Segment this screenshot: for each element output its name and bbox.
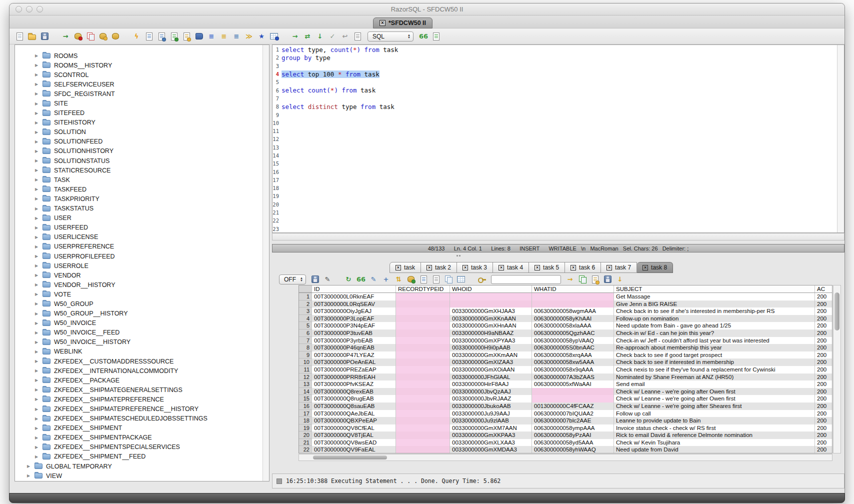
editor-line-19[interactable]: 19: [272, 192, 836, 200]
tree-item-zkfedex-shipmategeneralsettings[interactable]: ▶ZKFEDEX__SHIPMATEGENERALSETTINGS: [15, 385, 262, 394]
expand-arrow-icon[interactable]: ▶: [35, 426, 42, 430]
grid-cell[interactable]: [396, 395, 450, 402]
tree-item-view[interactable]: ▶VIEW: [15, 471, 262, 480]
grid-cell[interactable]: [450, 300, 532, 308]
grid-row-7[interactable]: 700T3000000P3yrbEAB0033000000GmXPYAA3006…: [299, 337, 832, 344]
editor-line-11[interactable]: 11: [272, 127, 836, 135]
tree-item-taskpriority[interactable]: ▶TASKPRIORITY: [15, 194, 262, 204]
grid-cell[interactable]: 0033000000JFhGlAAL: [450, 374, 532, 381]
tree-item-solutionstatus[interactable]: ▶SOLUTIONSTATUS: [15, 156, 262, 166]
grid-cell[interactable]: 0033000000GmXKPAA3: [450, 432, 532, 439]
row-number[interactable]: 12: [299, 374, 312, 381]
grid-cell[interactable]: [396, 330, 450, 337]
grid-cell[interactable]: 200: [815, 344, 832, 352]
grid-cell[interactable]: 200: [815, 330, 832, 337]
grid-cell[interactable]: [396, 402, 450, 410]
editor-vscrollbar[interactable]: [837, 45, 844, 232]
grid-row-18[interactable]: 1800T3000000QBXPeEAP0033000000Ju9zlAAB00…: [299, 417, 832, 424]
grid-cell[interactable]: 00T3000000PRR8rEAH: [312, 374, 396, 381]
grid-row-14[interactable]: 1400T3000000Q8rexEAB0033000000JbvQzAAJCh…: [299, 388, 832, 396]
grid-cell[interactable]: 200: [815, 366, 832, 374]
expand-arrow-icon[interactable]: ▶: [35, 368, 42, 373]
grid-cell[interactable]: 0033000000Ju9J9AAJ: [450, 410, 532, 418]
grid-cell[interactable]: 0033000000H9aNBAAZ: [450, 330, 532, 337]
tree-item-zkfedex-shipmentpackage[interactable]: ▶ZKFEDEX__SHIPMENTPACKAGE: [15, 433, 262, 442]
row-number[interactable]: 18: [299, 417, 312, 424]
tree-item-selfserviceuser[interactable]: ▶SELFSERVICEUSER: [15, 80, 262, 89]
grid-row-11[interactable]: 1100T3000000PREZaEAP0033000000GmXOiAAN00…: [299, 366, 832, 374]
result-tab-task-5[interactable]: ×task 5: [529, 262, 565, 273]
grid-cell[interactable]: 0033000000GmXKmAAN: [450, 352, 532, 359]
grid-row-10[interactable]: 1000T3000000POeAnEAL0033000000GmXIZAA300…: [299, 358, 832, 366]
grid-cell[interactable]: 00630000007A3bZAAS: [532, 374, 614, 381]
editor-line-22[interactable]: 22: [272, 216, 836, 224]
editor-line-7[interactable]: 7: [272, 94, 836, 102]
grid-cell[interactable]: Follow-up on nomination: [614, 315, 815, 322]
grid-cell[interactable]: [396, 446, 450, 454]
expand-arrow-icon[interactable]: ▶: [35, 72, 42, 77]
execute-sql-icon[interactable]: ϟ: [132, 32, 142, 42]
grid-cell[interactable]: Check-in w/ Ed - can he join this year?: [614, 330, 815, 337]
copy-results-icon[interactable]: [444, 274, 454, 284]
expand-arrow-icon[interactable]: ▶: [35, 264, 42, 268]
grid-cell[interactable]: 200: [815, 410, 832, 418]
expand-arrow-icon[interactable]: ▶: [35, 378, 42, 382]
tree-item-userlicense[interactable]: ▶USERLICENSE: [15, 232, 262, 242]
grid-cell[interactable]: 00T3000000Q8rexEAB: [312, 388, 396, 396]
expand-arrow-icon[interactable]: ▶: [35, 63, 42, 68]
align-sql-icon[interactable]: ≡: [232, 32, 242, 42]
grid-cell[interactable]: Check w/ Kevin Tsujihara: [614, 439, 815, 446]
grid-cell[interactable]: [396, 322, 450, 330]
grid-cell[interactable]: Check back to see if interested in membe…: [614, 358, 815, 366]
grid-cell[interactable]: [396, 417, 450, 424]
grid-cell[interactable]: 200: [815, 308, 832, 315]
expand-arrow-icon[interactable]: ▶: [35, 292, 42, 296]
row-number[interactable]: 15: [299, 395, 312, 402]
grid-cell[interactable]: 0033000000GmXKnAAN: [450, 315, 532, 322]
sql-editor[interactable]: 1select type, count(*) from task2group b…: [272, 44, 844, 233]
tree-item-vote[interactable]: ▶VOTE: [15, 290, 262, 299]
grid-cell[interactable]: 00T3000000QV8wsEAD: [312, 439, 396, 446]
primary-key-icon[interactable]: [477, 274, 487, 284]
grid-cell[interactable]: 0013000000C4fFCAAZ: [532, 402, 614, 410]
scroll-thumb[interactable]: [313, 456, 387, 460]
close-tab-icon[interactable]: ×: [642, 265, 648, 270]
grid-cell[interactable]: 006300000058yKhAAI: [532, 315, 614, 322]
grid-row-9[interactable]: 900T3000000P47LYEAZ0033000000GmXKmAAN006…: [299, 352, 832, 359]
tree-item-zkfedex-shipmatepreference[interactable]: ▶ZKFEDEX__SHIPMATEPREFERENCE: [15, 394, 262, 404]
grid-cell[interactable]: Check nexis to see if they've found a re…: [614, 366, 815, 374]
export-results-icon[interactable]: [578, 274, 588, 284]
grid-cell[interactable]: 0033000000GmXOiAAN: [450, 366, 532, 374]
grid-row-20[interactable]: 2000T3000000QV8TjEAL0033000000GmXKPAA300…: [299, 432, 832, 439]
expand-arrow-icon[interactable]: ▶: [35, 407, 42, 412]
tree-item-sitefeed[interactable]: ▶SITEFEED: [15, 108, 262, 118]
grid-cell[interactable]: [396, 358, 450, 366]
expand-arrow-icon[interactable]: ▶: [27, 474, 34, 478]
grid-cell[interactable]: 200: [815, 402, 832, 410]
grid-cell[interactable]: Leanne to provide update to Bain: [614, 417, 815, 424]
save-file-icon[interactable]: [40, 32, 50, 42]
grid-row-13[interactable]: 1300T3000000PfvKSEAZ0033000000HirF8AAJ00…: [299, 380, 832, 388]
expand-arrow-icon[interactable]: ▶: [35, 397, 42, 402]
grid-cell[interactable]: 00T3000000QV9FaEAL: [312, 446, 396, 454]
open-file-icon[interactable]: [27, 32, 37, 42]
tree-item-userrole[interactable]: ▶USERROLE: [15, 261, 262, 270]
grid-cell[interactable]: 0033000000HirF8AAJ: [450, 380, 532, 388]
grid-cell[interactable]: 006300000058yd5AAA: [532, 439, 614, 446]
grid-cell[interactable]: 00630000005xfWaAAI: [532, 380, 614, 388]
edit-connection-icon[interactable]: [98, 32, 108, 42]
titlebar[interactable]: RazorSQL - SFDCW50 II: [10, 4, 844, 16]
row-number[interactable]: 6: [299, 330, 312, 337]
grid-cell[interactable]: [450, 293, 532, 300]
copy-connection-icon[interactable]: [86, 32, 96, 42]
reload-schema-icon[interactable]: [169, 32, 179, 42]
rollback-icon[interactable]: ↩: [340, 32, 350, 42]
expand-arrow-icon[interactable]: ▶: [35, 273, 42, 278]
editor-line-9[interactable]: 9: [272, 110, 836, 118]
grid-cell[interactable]: [396, 352, 450, 359]
grid-cell[interactable]: 00T3000000Q8sauEAB: [312, 402, 396, 410]
grid-cell[interactable]: 200: [815, 424, 832, 432]
tree-item-taskstatus[interactable]: ▶TASKSTATUS: [15, 204, 262, 214]
grid-cell[interactable]: 00T3000000QV8CfEAL: [312, 424, 396, 432]
grid-cell[interactable]: 0033000000H9i0pAAB: [450, 344, 532, 352]
